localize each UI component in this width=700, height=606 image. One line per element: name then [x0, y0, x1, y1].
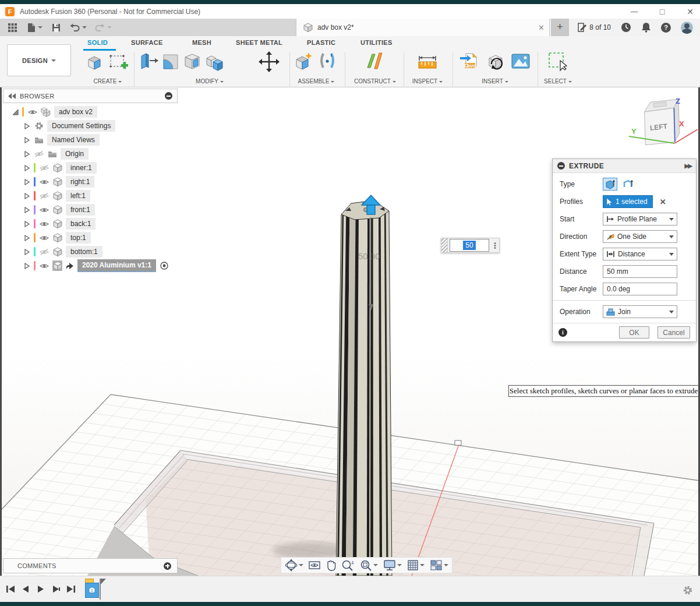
play-icon[interactable] — [36, 584, 45, 594]
visible-eye-icon[interactable] — [40, 221, 49, 227]
joint-icon[interactable] — [317, 51, 338, 75]
group-assemble[interactable]: ASSEMBLE — [293, 78, 340, 84]
extrude-type-thin[interactable] — [621, 178, 635, 191]
group-construct[interactable]: CONSTRUCT — [347, 78, 403, 84]
pan-icon[interactable] — [326, 559, 336, 571]
visible-eye-icon[interactable] — [40, 263, 49, 269]
go-to-end-icon[interactable] — [66, 584, 76, 594]
go-to-start-icon[interactable] — [6, 584, 15, 594]
tree-item-document-settings[interactable]: Document Settings — [3, 119, 178, 133]
tree-item-left[interactable]: left:1 — [3, 189, 178, 203]
tree-item-bottom[interactable]: bottom:1 — [3, 245, 178, 259]
notifications-clock-icon[interactable] — [621, 22, 631, 33]
look-at-icon[interactable] — [309, 559, 320, 571]
tree-item-top[interactable]: top:1 — [3, 231, 178, 245]
tab-sheet-metal[interactable]: SHEET METAL — [236, 39, 282, 46]
maximize-button[interactable]: □ — [657, 7, 667, 16]
zoom-icon[interactable]: ± — [341, 559, 354, 571]
group-create[interactable]: CREATE — [85, 78, 130, 84]
collapse-browser-icon[interactable] — [8, 93, 16, 99]
operation-dropdown[interactable]: Join — [603, 305, 677, 318]
press-pull-icon[interactable] — [139, 51, 160, 75]
visible-eye-icon[interactable] — [40, 179, 49, 185]
activate-component-icon[interactable] — [160, 261, 169, 270]
tree-item-2020-aluminium[interactable]: 2020 Aluminium v1:1 — [3, 259, 178, 273]
visible-eye-icon[interactable] — [40, 235, 49, 241]
hidden-eye-icon[interactable] — [40, 249, 49, 255]
tab-solid[interactable]: SOLID — [87, 39, 108, 46]
extrude-type-solid[interactable] — [603, 178, 617, 191]
dimension-input-widget[interactable]: 50 ••• — [441, 238, 500, 253]
new-tab-button[interactable]: + — [551, 19, 569, 36]
info-icon[interactable]: i — [558, 328, 567, 337]
browser-panel-header[interactable]: BROWSER — [3, 89, 178, 103]
extrude-dialog-header[interactable]: EXTRUDE ▶▶ — [553, 159, 696, 173]
hidden-eye-icon[interactable] — [40, 165, 49, 171]
new-component-icon[interactable] — [293, 51, 314, 75]
visible-eye-icon[interactable] — [40, 207, 49, 213]
drag-handle[interactable] — [441, 238, 448, 252]
display-settings-icon[interactable] — [383, 559, 402, 571]
fit-icon[interactable] — [359, 559, 378, 571]
distance-field[interactable]: 50 mm — [603, 265, 677, 278]
tree-item-named-views[interactable]: Named Views — [3, 133, 178, 147]
profiles-selected-button[interactable]: 1 selected — [603, 195, 653, 208]
tab-surface[interactable]: SURFACE — [131, 39, 163, 46]
tree-item-back[interactable]: back:1 — [3, 217, 178, 231]
save-icon[interactable] — [52, 23, 61, 32]
group-modify[interactable]: MODIFY — [139, 78, 281, 84]
move-copy-icon[interactable] — [259, 51, 280, 75]
browser-minimize-icon[interactable] — [165, 92, 172, 100]
extent-type-dropdown[interactable]: Distance — [603, 248, 677, 260]
tab-mesh[interactable]: MESH — [192, 39, 211, 46]
insert-svg-icon[interactable]: SVG — [459, 51, 480, 75]
tree-item-origin[interactable]: Origin — [3, 147, 178, 161]
start-dropdown[interactable]: Profile Plane — [603, 213, 677, 226]
tree-item-right[interactable]: right:1 — [3, 175, 178, 189]
shell-icon[interactable] — [183, 51, 204, 75]
viewport-canvas[interactable]: 50.00 BROWSER adv box v2 Document Settin… — [0, 87, 700, 576]
add-comment-icon[interactable] — [164, 562, 171, 570]
tab-utilities[interactable]: UTILITIES — [360, 39, 393, 46]
step-back-icon[interactable] — [21, 584, 30, 594]
document-tab[interactable]: adv box v2* ✕ — [296, 19, 550, 36]
document-tab-close-icon[interactable]: ✕ — [538, 23, 545, 32]
app-grid-icon[interactable] — [8, 23, 17, 32]
clear-selection-icon[interactable]: ✕ — [660, 198, 666, 206]
group-inspect[interactable]: INSPECT — [405, 78, 450, 84]
group-select[interactable]: SELECT — [536, 78, 580, 84]
distance-input[interactable]: 50 — [450, 239, 489, 252]
canvas-icon[interactable] — [510, 51, 531, 75]
redo-icon[interactable] — [95, 23, 112, 31]
hidden-eye-icon[interactable] — [34, 151, 44, 157]
dialog-collapse-icon[interactable]: ▶▶ — [685, 163, 691, 169]
tab-plastic[interactable]: PLASTIC — [307, 39, 335, 46]
close-button[interactable]: ✕ — [685, 7, 695, 16]
view-cube[interactable]: LEFT Z X Y — [628, 94, 700, 158]
undo-icon[interactable] — [70, 23, 87, 31]
job-status-badge[interactable]: 8 of 10 — [578, 23, 611, 32]
grid-settings-icon[interactable] — [407, 559, 425, 571]
tree-item-front[interactable]: front:1 — [3, 203, 178, 217]
timeline-settings-gear-icon[interactable] — [683, 585, 693, 596]
new-body-icon[interactable] — [85, 51, 106, 75]
file-menu-icon[interactable] — [27, 23, 43, 33]
viewports-icon[interactable] — [430, 559, 448, 571]
construct-plane-icon[interactable] — [365, 51, 386, 75]
combine-icon[interactable] — [205, 51, 226, 75]
select-icon[interactable] — [547, 51, 568, 75]
measure-icon[interactable] — [417, 51, 438, 75]
comments-panel[interactable]: COMMENTS — [3, 558, 178, 573]
direction-dropdown[interactable]: One Side — [603, 230, 677, 243]
orbit-icon[interactable] — [285, 559, 303, 572]
step-forward-icon[interactable] — [51, 584, 61, 594]
workspace-selector[interactable]: DESIGN — [7, 44, 71, 76]
visible-eye-icon[interactable] — [28, 109, 37, 115]
dialog-minimize-icon[interactable] — [557, 162, 565, 170]
taper-angle-field[interactable]: 0.0 deg — [603, 283, 677, 295]
help-icon[interactable]: ? — [661, 23, 671, 33]
derive-icon[interactable] — [486, 51, 507, 75]
bell-icon[interactable] — [641, 22, 651, 33]
minimize-button[interactable]: — — [629, 8, 639, 16]
create-sketch-icon[interactable] — [108, 51, 129, 75]
